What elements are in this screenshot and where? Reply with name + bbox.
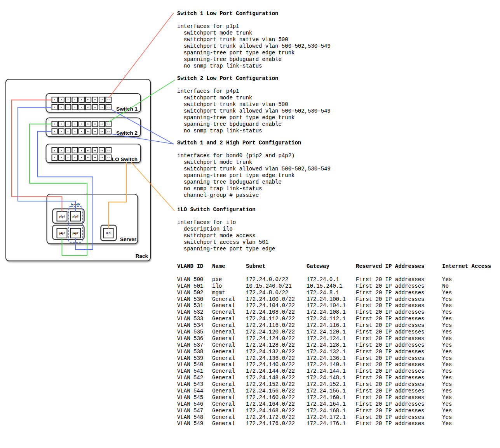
cell-name: General <box>212 316 235 322</box>
cell-internet-access: Yes <box>442 420 452 427</box>
cell-name: General <box>212 394 235 401</box>
cell-name: ilo <box>212 283 222 290</box>
cell-vlan-id: VLAN 501 <box>177 283 203 290</box>
cell-vlan-id: VLAN 535 <box>177 329 203 335</box>
ilo-switch-label: iLO Switch <box>110 156 138 162</box>
config-lines: interfaces for ilo description ilo switc… <box>177 219 496 252</box>
cell-name: pxe <box>212 276 222 283</box>
config-title: Switch 1 Low Port Configuration <box>177 10 496 17</box>
config-block-high-port: Switch 1 and 2 High Port Configuration i… <box>177 140 496 199</box>
cell-reserved-ip: First 20 IP addresses <box>356 355 424 362</box>
vlan-table-header: VLAND ID Name Subnet Gateway Reserved IP… <box>177 263 498 270</box>
port-dot <box>61 107 62 108</box>
port-dot <box>102 107 103 108</box>
cell-reserved-ip: First 20 IP addresses <box>356 342 424 349</box>
cell-subnet: 172.24.172.0/22 <box>246 414 295 421</box>
cell-name: General <box>212 381 235 388</box>
switch-port <box>99 148 105 153</box>
cell-internet-access: Yes <box>442 368 452 375</box>
cell-subnet: 172.24.100.0/22 <box>246 296 295 303</box>
cell-gateway: 172.24.168.1 <box>307 408 346 414</box>
port-dot <box>108 124 108 125</box>
vlan-row: VLAN 537 General 172.24.128.0/22 172.24.… <box>177 342 498 349</box>
switch-port <box>106 129 111 134</box>
cell-name: General <box>212 368 235 375</box>
col-header-internet-access: Internet Access <box>442 263 491 270</box>
port-p1p2-label: p1p2 <box>72 215 78 218</box>
cell-internet-access: Yes <box>442 355 452 362</box>
config-lines: interfaces for p1p1 switchport mode trun… <box>177 23 496 69</box>
cell-internet-access: Yes <box>442 361 452 368</box>
cell-subnet: 172.24.8.0/22 <box>246 290 288 296</box>
cell-reserved-ip: First 20 IP addresses <box>356 335 424 342</box>
switch-port <box>99 129 105 134</box>
cell-subnet: 172.24.120.0/22 <box>246 329 295 335</box>
switch-port <box>85 148 91 153</box>
config-title: iLO Switch Configuration <box>177 207 496 213</box>
cell-gateway: 172.24.136.1 <box>307 355 346 362</box>
switch-port <box>92 97 98 102</box>
vlan-rows: VLAN 500 pxe 172.24.0.0/22 172.24.0.1 Fi… <box>177 276 498 427</box>
port-dot <box>61 99 62 100</box>
cell-internet-access: Yes <box>442 290 452 296</box>
port-dot <box>108 131 108 132</box>
port-dot <box>101 150 101 151</box>
cell-reserved-ip: First 20 IP addresses <box>356 375 424 381</box>
port-dot <box>54 131 55 132</box>
port-dot <box>89 157 89 158</box>
cell-reserved-ip: First 20 IP addresses <box>356 368 424 375</box>
vlan-row: VLAN 534 General 172.24.116.0/22 172.24.… <box>177 322 498 329</box>
cell-gateway: 10.15.240.1 <box>307 283 342 290</box>
cell-vlan-id: VLAN 549 <box>177 420 203 427</box>
server-label: Server <box>120 236 137 242</box>
port-dot <box>87 150 88 151</box>
cell-gateway: 172.24.100.1 <box>307 296 346 303</box>
config-block-switch1-low: Switch 1 Low Port Configuration interfac… <box>177 10 496 69</box>
port-dot <box>95 99 96 100</box>
port-dot <box>68 150 68 151</box>
cell-vlan-id: VLAN 543 <box>177 381 203 388</box>
port-dot <box>94 99 95 100</box>
switch-port <box>99 155 105 160</box>
config-lines: interfaces for bond0 (p1p2 and p4p2) swi… <box>177 153 496 199</box>
cell-name: mgmt <box>212 290 225 296</box>
vlan-row: VLAN 531 General 172.24.104.0/22 172.24.… <box>177 302 498 309</box>
port-dot <box>75 157 75 158</box>
port-dot <box>68 124 68 125</box>
cell-gateway: 172.24.112.1 <box>307 316 346 322</box>
switch-port <box>92 129 98 134</box>
port-dot <box>81 107 82 108</box>
port-dot <box>89 99 89 100</box>
vlan-row: VLAN 546 General 172.24.164.0/22 172.24.… <box>177 401 498 408</box>
port-dot <box>68 107 68 108</box>
switch-port <box>92 148 98 153</box>
port-dot <box>89 107 89 108</box>
vlan-row: VLAN 544 General 172.24.156.0/22 172.24.… <box>177 388 498 394</box>
cell-reserved-ip: First 20 IP addresses <box>356 309 424 316</box>
cell-name: General <box>212 355 235 362</box>
vlan-row: VLAN 541 General 172.24.144.0/22 172.24.… <box>177 368 498 375</box>
cell-vlan-id: VLAN 533 <box>177 316 203 322</box>
port-dot <box>87 107 88 108</box>
port-dot <box>75 131 75 132</box>
port-dot <box>109 124 110 125</box>
cell-internet-access: Yes <box>442 401 452 408</box>
cell-vlan-id: VLAN 546 <box>177 401 203 408</box>
cell-reserved-ip: First 20 IP addresses <box>356 394 424 401</box>
vlan-row: VLAN 549 General 172.24.176.0/22 172.24.… <box>177 420 498 427</box>
col-header-gateway: Gateway <box>307 263 329 270</box>
switch-port <box>106 155 111 160</box>
port-dot <box>102 131 103 132</box>
cell-internet-access: Yes <box>442 329 452 335</box>
cell-subnet: 172.24.164.0/22 <box>246 401 295 408</box>
cell-internet-access: Yes <box>442 381 452 388</box>
cell-gateway: 172.24.144.1 <box>307 368 346 375</box>
table-header-gap <box>177 270 498 276</box>
cell-internet-access: Yes <box>442 316 452 322</box>
cell-gateway: 172.24.116.1 <box>307 322 346 329</box>
port-dot <box>108 150 108 151</box>
cell-internet-access: Yes <box>442 388 452 394</box>
cell-subnet: 172.24.112.0/22 <box>246 316 295 322</box>
port-dot <box>102 150 103 151</box>
port-dot <box>94 150 95 151</box>
